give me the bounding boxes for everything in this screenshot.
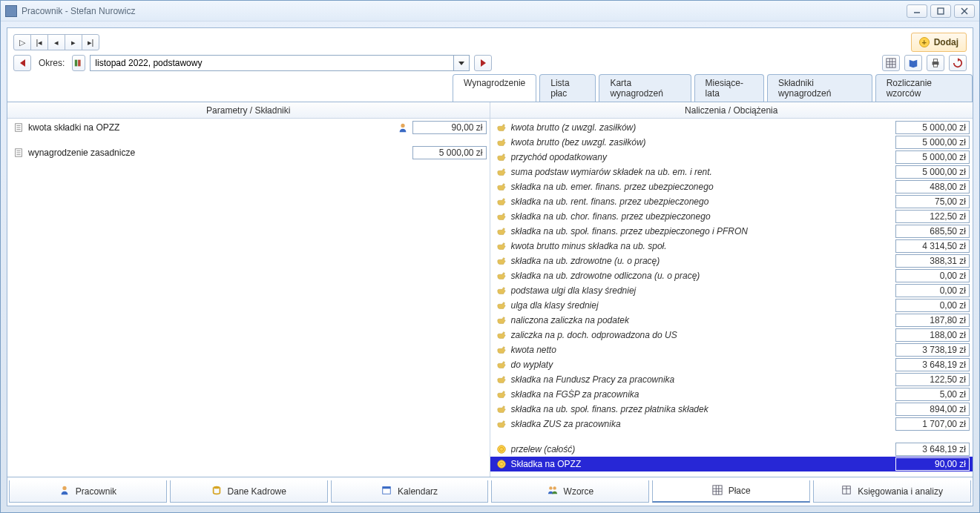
bottom-tab-label: Dane Kadrowe: [228, 486, 286, 497]
left-rows-container: kwota składki na OPZZ90,00 złwynagrodzen…: [7, 119, 490, 477]
calc-value: 488,00 zł: [895, 180, 970, 193]
hand-icon: [496, 300, 507, 311]
maximize-button[interactable]: [930, 4, 951, 18]
calc-row[interactable]: składka ZUS za pracownika1 707,00 zł: [490, 417, 973, 431]
svg-point-26: [497, 460, 505, 469]
calc-row[interactable]: składka na ub. emer. finans. przez ubezp…: [490, 179, 973, 194]
nav-last-button[interactable]: ▸|: [82, 34, 99, 50]
param-row[interactable]: kwota składki na OPZZ90,00 zł: [7, 120, 490, 135]
calc-label: składka na ub. społ. finans. przez płatn…: [511, 404, 892, 414]
bottom-tab-pracownik[interactable]: Pracownik: [9, 480, 167, 503]
period-prev-button[interactable]: [13, 55, 31, 71]
calc-row[interactable]: składka na ub. rent. finans. przez ubezp…: [490, 194, 973, 209]
print-icon[interactable]: [927, 55, 944, 71]
calc-value: 187,80 zł: [895, 314, 970, 327]
calc-value: 5 000,00 zł: [895, 165, 970, 179]
calc-label: kwota netto: [511, 345, 892, 355]
content-area: ▷ |◂ ◂ ▸ ▸| + Dodaj Okres:: [7, 27, 973, 506]
svg-point-33: [553, 486, 556, 489]
calc-row[interactable]: przelew (całość)3 648,19 zł: [490, 442, 973, 457]
toolbar-row-1: ▷ |◂ ◂ ▸ ▸| + Dodaj: [7, 28, 973, 55]
param-label: kwota składki na OPZZ: [28, 122, 393, 133]
calc-row[interactable]: podstawa ulgi dla klasy średniej0,00 zł: [490, 283, 973, 298]
calc-value: 0,00 zł: [895, 269, 970, 282]
calc-label: Składka na OPZZ: [511, 459, 892, 469]
param-row[interactable]: wynagrodzenie zasadnicze5 000,00 zł: [7, 145, 490, 160]
tab-lista-plac[interactable]: Lista płac: [539, 74, 596, 102]
refresh-icon[interactable]: [949, 55, 967, 71]
tab-rozliczanie-wzorcow[interactable]: Rozliczanie wzorców: [875, 74, 973, 102]
tab-karta-wynagrodzen[interactable]: Karta wynagrodzeń: [599, 74, 691, 102]
calc-row[interactable]: suma podstaw wymiarów składek na ub. em.…: [490, 165, 973, 179]
record-nav-buttons: ▷ |◂ ◂ ▸ ▸|: [13, 34, 99, 50]
calc-value: 5 000,00 zł: [895, 136, 970, 149]
param-value[interactable]: 5 000,00 zł: [412, 146, 487, 159]
hand-icon: [496, 315, 507, 325]
bottom-tab-place[interactable]: Płace: [652, 480, 810, 503]
close-button[interactable]: [954, 4, 975, 18]
nav-play-button[interactable]: ▷: [13, 34, 31, 50]
person-icon: [398, 122, 408, 133]
svg-rect-31: [383, 487, 391, 489]
calc-label: do wypłaty: [511, 360, 892, 370]
calc-row[interactable]: naliczona zaliczka na podatek187,80 zł: [490, 313, 973, 328]
left-column-header: Parametry / Składniki: [7, 102, 490, 119]
calc-row[interactable]: do wypłaty3 648,19 zł: [490, 357, 973, 372]
database-icon: [211, 485, 222, 497]
calc-row[interactable]: przychód opodatkowany5 000,00 zł: [490, 150, 973, 165]
calc-row[interactable]: składka na Fundusz Pracy za pracownika12…: [490, 372, 973, 387]
bottom-tab-dane-kadrowe[interactable]: Dane Kadrowe: [170, 480, 328, 503]
tab-wynagrodzenie[interactable]: Wynagrodzenie: [453, 74, 536, 102]
add-button[interactable]: + Dodaj: [911, 33, 967, 52]
period-combo: [90, 55, 470, 71]
calc-row[interactable]: składka na ub. chor. finans. przez ubezp…: [490, 209, 973, 224]
nav-first-button[interactable]: |◂: [30, 34, 48, 50]
calc-row[interactable]: kwota brutto (bez uwzgl. zasiłków)5 000,…: [490, 135, 973, 150]
coin-icon: [496, 444, 507, 454]
calc-row[interactable]: kwota netto3 738,19 zł: [490, 342, 973, 357]
calc-label: naliczona zaliczka na podatek: [511, 315, 892, 325]
calc-value: 90,00 zł: [895, 457, 970, 471]
calc-row[interactable]: zaliczka na p. doch. odprowadzona do US1…: [490, 328, 973, 342]
book-icon: [841, 485, 852, 497]
calc-row[interactable]: kwota brutto minus składka na ub. społ.4…: [490, 239, 973, 254]
calc-row[interactable]: składka na ub. zdrowotne odliczona (u. o…: [490, 268, 973, 283]
period-next-button[interactable]: [474, 55, 492, 71]
calc-label: ulga dla klasy średniej: [511, 300, 892, 311]
right-rows-container: kwota brutto (z uwzgl. zasiłków)5 000,00…: [490, 119, 973, 477]
calc-row[interactable]: składka na ub. społ. finans. przez płatn…: [490, 402, 973, 417]
nav-prev-button[interactable]: ◂: [47, 34, 65, 50]
calc-row[interactable]: kwota brutto (z uwzgl. zasiłków)5 000,00…: [490, 120, 973, 135]
calc-label: składka na ub. społ. finans. przez ubezp…: [511, 226, 892, 236]
grid-icon[interactable]: [882, 55, 900, 71]
bottom-tab-kalendarz[interactable]: Kalendarz: [331, 480, 489, 503]
hand-icon: [496, 167, 507, 177]
bottom-tab-label: Kalendarz: [398, 486, 438, 497]
period-dropdown-toggle[interactable]: [453, 55, 470, 71]
minimize-button[interactable]: [907, 4, 927, 18]
hand-icon: [496, 226, 507, 236]
bottom-tab-label: Pracownik: [76, 486, 116, 497]
calc-row[interactable]: ulga dla klasy średniej0,00 zł: [490, 298, 973, 313]
calc-value: 5 000,00 zł: [895, 121, 970, 134]
nav-next-button[interactable]: ▸: [65, 34, 82, 50]
tab-miesiace-lata[interactable]: Miesiące-lata: [694, 74, 764, 102]
document-icon: [13, 122, 24, 133]
hand-icon: [496, 182, 507, 192]
toolbar-row-2: Okres:: [7, 55, 973, 76]
calc-row[interactable]: składka na ub. społ. finans. przez ubezp…: [490, 224, 973, 239]
hand-icon: [496, 285, 507, 296]
bottom-tab-wzorce[interactable]: Wzorce: [491, 480, 649, 503]
period-pick-button[interactable]: [72, 55, 85, 71]
calc-label: przelew (całość): [511, 444, 892, 454]
book-icon[interactable]: [904, 55, 922, 71]
calc-row[interactable]: Składka na OPZZ90,00 zł: [490, 457, 973, 471]
calc-row[interactable]: składka na FGŚP za pracownika5,00 zł: [490, 387, 973, 402]
param-value[interactable]: 90,00 zł: [412, 121, 487, 134]
calc-value: 5 000,00 zł: [895, 150, 970, 164]
tab-skladniki-wynagrodzen[interactable]: Składniki wynagrodzeń: [767, 74, 872, 102]
calc-row[interactable]: składka na ub. zdrowotne (u. o pracę)388…: [490, 254, 973, 268]
period-input[interactable]: [90, 55, 453, 71]
bottom-tab-ksiegowania[interactable]: Księgowania i analizy: [813, 480, 971, 503]
hand-icon: [496, 330, 507, 340]
